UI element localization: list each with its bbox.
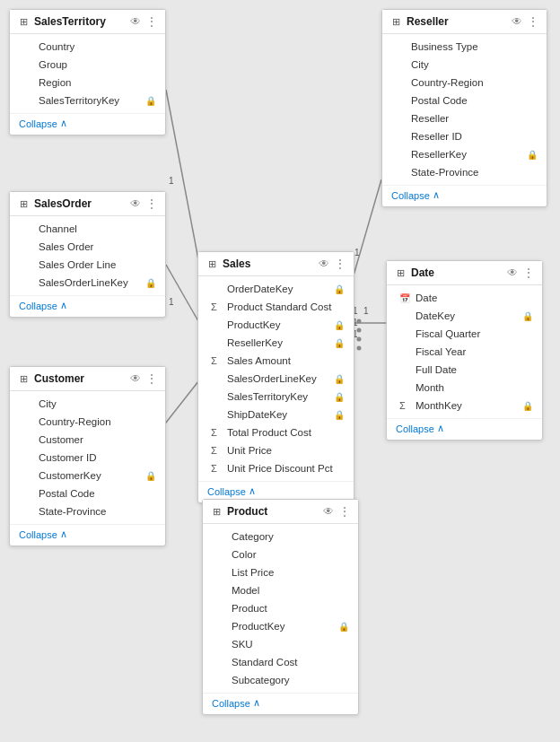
- field-row: ProductKey 🔒: [203, 617, 358, 635]
- field-row: List Price: [203, 563, 358, 581]
- field-row: Region: [10, 74, 165, 92]
- salesorder-header: ⊞ SalesOrder 👁 ⋮: [10, 192, 165, 216]
- sales-icon: ⊞: [206, 258, 218, 270]
- field-row: Σ Unit Price: [198, 441, 354, 459]
- key-hidden-icon: 🔒: [145, 278, 156, 288]
- salesorder-title: SalesOrder: [34, 197, 126, 210]
- product-collapse[interactable]: Collapse ∧: [203, 693, 358, 714]
- reseller-collapse[interactable]: Collapse ∧: [382, 185, 547, 206]
- field-row: Month: [387, 379, 542, 397]
- salesorder-collapse[interactable]: Collapse ∧: [10, 295, 165, 317]
- product-icon: ⊞: [210, 505, 223, 518]
- key-hidden-icon: 🔒: [145, 96, 156, 106]
- sales-menu[interactable]: ⋮: [334, 258, 346, 270]
- field-row: Postal Code: [10, 484, 165, 502]
- table-customer: ⊞ Customer 👁 ⋮ City Country-Region Custo…: [9, 366, 166, 546]
- product-eye[interactable]: 👁: [323, 505, 334, 518]
- salesterritory-title: SalesTerritory: [34, 15, 126, 28]
- customer-icon: ⊞: [17, 372, 30, 385]
- field-row: SalesOrderLineKey 🔒: [198, 370, 354, 388]
- reseller-header: ⊞ Reseller 👁 ⋮: [382, 10, 547, 34]
- reseller-fields: Business Type City Country-Region Postal…: [382, 34, 547, 185]
- field-row: Product: [203, 599, 358, 617]
- svg-text:1: 1: [169, 297, 174, 307]
- date-title: Date: [411, 266, 503, 279]
- field-row: ResellerKey 🔒: [382, 145, 547, 163]
- field-row: SalesOrderLineKey 🔒: [10, 274, 165, 292]
- key-hidden-icon: 🔒: [334, 392, 345, 402]
- field-row: Sales Order: [10, 238, 165, 256]
- date-eye[interactable]: 👁: [507, 266, 518, 279]
- salesterritory-collapse[interactable]: Collapse ∧: [10, 113, 165, 135]
- field-row: Fiscal Quarter: [387, 325, 542, 343]
- key-hidden-icon: 🔒: [338, 622, 349, 632]
- product-title: Product: [227, 505, 319, 518]
- field-row: Country-Region: [10, 413, 165, 431]
- key-hidden-icon: 🔒: [145, 471, 156, 481]
- reseller-menu[interactable]: ⋮: [527, 15, 539, 28]
- svg-line-2: [166, 265, 202, 327]
- svg-text:1: 1: [169, 176, 174, 186]
- field-row: Channel: [10, 220, 165, 238]
- customer-menu[interactable]: ⋮: [145, 372, 158, 385]
- field-row: ShipDateKey 🔒: [198, 406, 354, 423]
- field-row: State-Province: [382, 163, 547, 181]
- field-row: State-Province: [10, 502, 165, 520]
- table-date: ⊞ Date 👁 ⋮ 📅 Date DateKey 🔒 Fiscal Quart…: [386, 260, 543, 441]
- key-hidden-icon: 🔒: [334, 320, 345, 330]
- svg-point-33: [357, 346, 362, 351]
- salesorder-eye[interactable]: 👁: [130, 197, 141, 210]
- salesorder-menu[interactable]: ⋮: [145, 197, 158, 210]
- date-fields: 📅 Date DateKey 🔒 Fiscal Quarter Fiscal Y…: [387, 285, 542, 418]
- field-row: City: [10, 395, 165, 413]
- field-row: CustomerKey 🔒: [10, 467, 165, 484]
- field-row: Customer ID: [10, 449, 165, 467]
- svg-point-32: [357, 337, 362, 342]
- field-row: ResellerKey 🔒: [198, 334, 354, 352]
- field-row: Color: [203, 546, 358, 563]
- key-hidden-icon: 🔒: [334, 374, 345, 384]
- field-row: SalesTerritoryKey 🔒: [10, 92, 165, 109]
- customer-eye[interactable]: 👁: [130, 372, 141, 385]
- field-row: Σ Product Standard Cost: [198, 298, 354, 316]
- date-header: ⊞ Date 👁 ⋮: [387, 261, 542, 285]
- salesterritory-eye[interactable]: 👁: [130, 15, 141, 28]
- field-row: Σ Unit Price Discount Pct: [198, 459, 354, 477]
- key-hidden-icon: 🔒: [522, 401, 533, 411]
- product-header: ⊞ Product 👁 ⋮: [203, 500, 358, 524]
- sales-eye[interactable]: 👁: [319, 258, 329, 270]
- diagram-canvas: 1 1 1 1 1 1 1 1 1 1 1 1 1 1 1: [0, 0, 560, 742]
- salesterritory-icon: ⊞: [17, 15, 30, 28]
- customer-collapse[interactable]: Collapse ∧: [10, 524, 165, 546]
- field-row: Standard Cost: [203, 653, 358, 671]
- field-row: Reseller: [382, 109, 547, 127]
- salesterritory-menu[interactable]: ⋮: [145, 15, 158, 28]
- field-row: Country: [10, 38, 165, 56]
- reseller-eye[interactable]: 👁: [512, 15, 522, 28]
- customer-title: Customer: [34, 372, 126, 385]
- customer-header: ⊞ Customer 👁 ⋮: [10, 367, 165, 391]
- field-row: Σ Total Product Cost: [198, 423, 354, 441]
- customer-fields: City Country-Region Customer Customer ID…: [10, 391, 165, 524]
- reseller-title: Reseller: [407, 15, 507, 28]
- table-salesorder: ⊞ SalesOrder 👁 ⋮ Channel Sales Order Sal…: [9, 191, 166, 318]
- product-menu[interactable]: ⋮: [338, 505, 351, 518]
- svg-point-31: [357, 328, 362, 333]
- table-sales: ⊞ Sales 👁 ⋮ OrderDateKey 🔒 Σ Product Sta…: [197, 251, 354, 503]
- date-menu[interactable]: ⋮: [522, 266, 535, 279]
- field-row: Reseller ID: [382, 127, 547, 145]
- sales-header: ⊞ Sales 👁 ⋮: [198, 252, 354, 276]
- date-collapse[interactable]: Collapse ∧: [387, 418, 542, 440]
- field-row: Sales Order Line: [10, 256, 165, 274]
- table-reseller: ⊞ Reseller 👁 ⋮ Business Type City Countr…: [381, 9, 547, 207]
- field-row: DateKey 🔒: [387, 307, 542, 325]
- svg-point-30: [357, 319, 362, 324]
- key-hidden-icon: 🔒: [334, 284, 345, 294]
- field-row: Business Type: [382, 38, 547, 56]
- field-row: SKU: [203, 635, 358, 653]
- product-fields: Category Color List Price Model Product …: [203, 524, 358, 693]
- date-icon: ⊞: [394, 266, 407, 279]
- salesorder-icon: ⊞: [17, 197, 30, 210]
- key-hidden-icon: 🔒: [527, 150, 538, 160]
- salesorder-fields: Channel Sales Order Sales Order Line Sal…: [10, 216, 165, 295]
